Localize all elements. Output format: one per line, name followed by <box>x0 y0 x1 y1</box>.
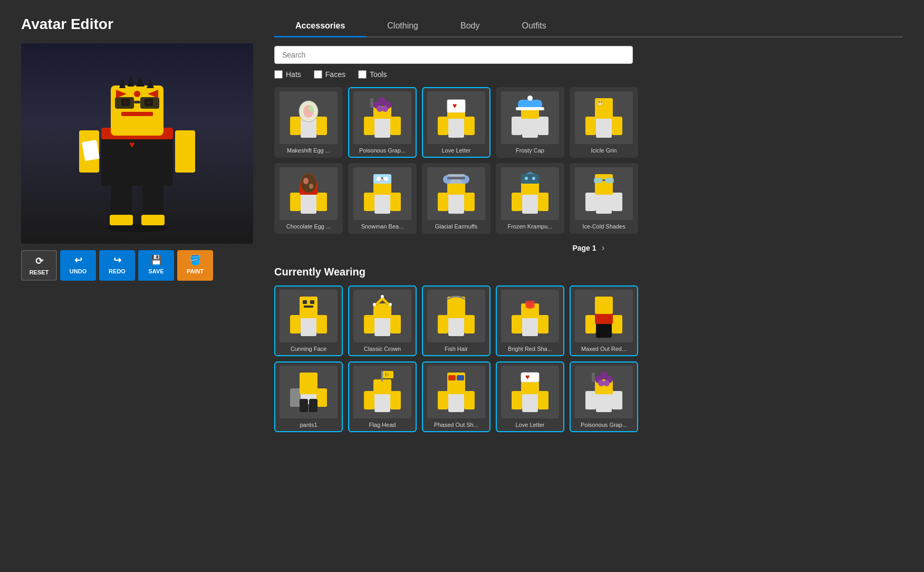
svg-rect-158 <box>512 391 522 409</box>
item-name: Icicle Grin <box>591 147 617 154</box>
item-name: Poisonous Grap... <box>581 422 627 428</box>
filter-faces[interactable]: Faces <box>314 70 345 79</box>
wearing-item-card[interactable]: Bright Red Sha... <box>496 285 564 356</box>
faces-label: Faces <box>325 70 345 79</box>
item-image: ♥ <box>501 366 559 418</box>
search-input[interactable] <box>274 46 633 64</box>
svg-point-93 <box>525 177 528 180</box>
wearing-item-card[interactable]: Fish Hair <box>422 285 490 356</box>
item-card[interactable]: Frosty Cap <box>496 87 564 158</box>
svg-rect-132 <box>612 315 622 333</box>
tools-checkbox[interactable] <box>358 70 367 79</box>
svg-rect-121 <box>464 315 475 333</box>
save-button[interactable]: 💾 SAVE <box>138 250 174 281</box>
svg-rect-35 <box>374 117 390 138</box>
item-image <box>575 366 633 418</box>
wearing-item-card[interactable]: Classic Crown <box>348 285 417 356</box>
svg-rect-96 <box>585 193 596 211</box>
svg-rect-57 <box>516 107 544 110</box>
item-card[interactable]: Ice-Cold Shades <box>570 163 638 234</box>
item-card[interactable]: Frozen Krampu... <box>496 163 564 234</box>
wearing-item-card[interactable]: Phased Out Sh... <box>422 361 490 432</box>
currently-wearing-title: Currently Wearing <box>274 266 903 278</box>
svg-rect-61 <box>595 106 613 119</box>
item-name: Fish Hair <box>445 346 468 352</box>
paint-label: PAINT <box>187 268 204 274</box>
svg-rect-120 <box>438 315 448 333</box>
svg-rect-80 <box>438 193 448 211</box>
svg-rect-17 <box>121 112 153 116</box>
undo-button[interactable]: ↩ UNDO <box>60 250 96 281</box>
item-name: Snowman Bea... <box>361 223 404 230</box>
faces-checkbox[interactable] <box>314 70 322 79</box>
item-card[interactable]: ⛄ Snowman Bea... <box>348 163 417 234</box>
wearing-item-card[interactable]: Cunning Face <box>274 285 343 356</box>
svg-rect-98 <box>595 182 613 195</box>
tab-accessories[interactable]: Accessories <box>274 16 366 37</box>
svg-rect-126 <box>538 315 548 333</box>
next-page-arrow[interactable]: › <box>602 242 605 253</box>
page-title: Avatar Editor <box>21 16 253 33</box>
svg-rect-147 <box>381 371 383 382</box>
svg-rect-36 <box>364 117 374 135</box>
wearing-item-card[interactable]: ♥ Love Letter <box>496 361 564 432</box>
svg-rect-159 <box>538 391 548 409</box>
tab-body[interactable]: Body <box>439 16 500 37</box>
svg-rect-107 <box>300 297 317 306</box>
wearing-item-card[interactable]: ⚐ Flag Head <box>348 361 417 432</box>
item-card[interactable]: 😬 Icicle Grin <box>570 87 638 158</box>
item-image <box>575 167 633 220</box>
svg-rect-10 <box>141 215 165 225</box>
svg-rect-137 <box>290 388 301 407</box>
svg-marker-21 <box>119 78 126 88</box>
svg-rect-140 <box>309 399 317 412</box>
svg-text:♥: ♥ <box>129 139 135 150</box>
svg-rect-130 <box>596 323 612 338</box>
svg-rect-71 <box>374 193 390 214</box>
item-card[interactable]: Glacial Earmuffs <box>422 163 490 234</box>
reset-button[interactable]: ⟳ RESET <box>21 250 57 281</box>
hats-checkbox[interactable] <box>274 70 283 79</box>
wearing-item-card[interactable]: pants1 <box>274 361 343 432</box>
wearing-items-grid: Cunning Face Classic Crown <box>274 285 903 432</box>
item-card[interactable]: Poisonous Grap... <box>348 87 417 158</box>
svg-rect-155 <box>448 375 456 380</box>
svg-marker-24 <box>147 79 154 88</box>
redo-icon: ↪ <box>113 254 121 266</box>
item-image <box>501 91 559 144</box>
svg-point-68 <box>301 174 316 193</box>
svg-rect-79 <box>448 193 464 214</box>
filter-tools[interactable]: Tools <box>358 70 387 79</box>
svg-text:⛄: ⛄ <box>379 177 386 184</box>
filter-hats[interactable]: Hats <box>274 70 301 79</box>
item-name: Chocolate Egg ... <box>286 223 331 230</box>
svg-rect-82 <box>447 182 465 195</box>
svg-rect-105 <box>316 315 327 333</box>
svg-rect-112 <box>364 315 374 333</box>
svg-rect-113 <box>390 315 401 333</box>
tabs-row: Accessories Clothing Body Outfits <box>274 16 903 37</box>
save-label: SAVE <box>148 268 163 274</box>
wearing-item-card[interactable]: Poisonous Grap... <box>570 361 638 432</box>
item-name: Ice-Cold Shades <box>582 223 625 230</box>
svg-rect-97 <box>612 193 622 211</box>
wearing-item-card[interactable]: Maxed Out Red... <box>570 285 638 356</box>
item-card[interactable]: Chocolate Egg ... <box>274 163 343 234</box>
item-card[interactable]: ♥ Love Letter <box>422 87 490 158</box>
svg-rect-133 <box>595 312 613 324</box>
item-image <box>501 167 559 220</box>
redo-button[interactable]: ↪ REDO <box>99 250 135 281</box>
tab-clothing[interactable]: Clothing <box>366 16 439 37</box>
item-card[interactable]: Makeshift Egg ... <box>274 87 343 158</box>
svg-point-44 <box>382 106 388 112</box>
svg-point-56 <box>527 96 533 101</box>
item-name: Bright Red Sha... <box>508 346 552 352</box>
item-image <box>280 366 338 418</box>
svg-rect-51 <box>522 117 538 138</box>
svg-rect-59 <box>585 117 596 135</box>
svg-text:♥: ♥ <box>453 101 457 110</box>
tab-outfits[interactable]: Outfits <box>500 16 567 37</box>
paint-button[interactable]: 🪣 PAINT <box>177 250 213 281</box>
svg-rect-45 <box>448 117 464 138</box>
svg-rect-88 <box>512 193 522 211</box>
